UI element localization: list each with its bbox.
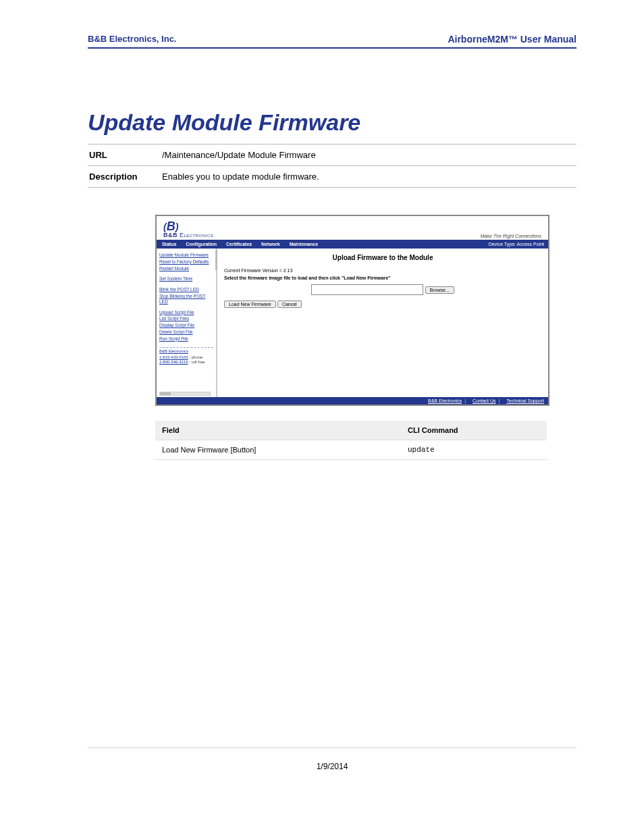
file-path-input[interactable] xyxy=(311,284,423,295)
doc-header: B&B Electronics, Inc. AirborneM2M™ User … xyxy=(88,34,576,49)
sidebar-scroll-thumb[interactable] xyxy=(215,250,217,270)
content-heading: Upload Firmware to the Module xyxy=(224,254,541,261)
sidebar-phone1-label: phone xyxy=(192,355,203,359)
sidebar-item-stop-blink-led[interactable]: Stop Blinking the POST LED xyxy=(159,294,213,305)
footer-link-bb[interactable]: B&B Electronics xyxy=(428,398,462,403)
sidebar-item-run-script[interactable]: Run Script File xyxy=(159,336,213,342)
tagline: Make The Right Connections xyxy=(481,234,541,238)
content-panel: Upload Firmware to the Module Current Fi… xyxy=(217,249,548,397)
load-firmware-button[interactable]: Load New Firmware xyxy=(224,301,276,308)
sidebar-item-blink-led[interactable]: Blink the POST LED xyxy=(159,287,213,292)
cancel-button[interactable]: Cancel xyxy=(277,301,302,308)
meta-table: URL /Maintenance/Update Module Firmware … xyxy=(88,144,576,188)
tab-network[interactable]: Network xyxy=(260,242,280,246)
logo-paren-right: ) xyxy=(176,221,179,232)
footer-link-support[interactable]: Technical Support xyxy=(506,398,544,403)
device-type-label: Device Type: Access Point xyxy=(489,242,544,246)
cli-row-cmd: update xyxy=(401,440,547,460)
sidebar-hscroll[interactable] xyxy=(159,392,211,396)
cli-head-field: Field xyxy=(155,421,401,440)
meta-desc-value: Enables you to update module firmware. xyxy=(161,166,576,188)
sidebar-item-upload-script[interactable]: Upload Script File xyxy=(159,310,213,315)
embedded-ui: (B) B&B Electronics Make The Right Conne… xyxy=(155,215,549,406)
browse-button[interactable]: Browse... xyxy=(425,286,454,294)
sidebar-item-update-firmware[interactable]: Update Module Firmware xyxy=(159,253,213,258)
firmware-version: Current Firmware Version = 2.13 xyxy=(224,268,541,273)
instruction-text: Select the firmware image file to load a… xyxy=(224,276,541,280)
ui-footer: B&B Electronics| Contact Us| Technical S… xyxy=(157,397,548,405)
sidebar-item-display-script[interactable]: Display Script File xyxy=(159,323,213,328)
sidebar-item-restart[interactable]: Restart Module xyxy=(159,266,213,271)
footer-link-contact[interactable]: Contact Us xyxy=(473,398,496,403)
footer-date: 1/9/2014 xyxy=(88,748,576,771)
cli-table: Field CLI Command Load New Firmware [But… xyxy=(155,421,547,460)
meta-url-label: URL xyxy=(88,145,161,166)
cli-row-field: Load New Firmware [Button] xyxy=(155,440,401,460)
sidebar-item-list-scripts[interactable]: List Script Files xyxy=(159,316,213,321)
cli-head-cmd: CLI Command xyxy=(401,421,547,440)
sidebar-phone1[interactable]: 1-815-433-5100 xyxy=(159,355,188,359)
logo-electronics: Electronics xyxy=(178,232,213,238)
tab-maintenance[interactable]: Maintenance xyxy=(288,242,318,246)
brand-logo: (B) B&B Electronics xyxy=(163,220,213,238)
tab-certificates[interactable]: Certificates xyxy=(225,242,252,246)
sidebar-item-set-time[interactable]: Set System Time xyxy=(159,276,213,282)
logo-b-icon: B xyxy=(167,219,176,233)
sidebar-phone2[interactable]: 1-800-346-3119 xyxy=(159,360,188,364)
manual-title: AirborneM2M™ User Manual xyxy=(448,34,576,45)
logo-bb: B&B xyxy=(163,232,178,238)
tab-configuration[interactable]: Configuration xyxy=(184,242,217,246)
sidebar-phone2-label: toll free xyxy=(192,360,205,364)
meta-url-value: /Maintenance/Update Module Firmware xyxy=(161,145,576,166)
tab-status[interactable]: Status xyxy=(161,242,176,246)
sidebar-item-delete-script[interactable]: Delete Script File xyxy=(159,330,213,335)
sidebar: Update Module Firmware Reset to Factory … xyxy=(157,249,217,397)
sidebar-item-factory-reset[interactable]: Reset to Factory Defaults xyxy=(159,259,213,265)
company-name: B&B Electronics, Inc. xyxy=(88,34,176,45)
navbar: Status Configuration Certificates Networ… xyxy=(157,240,548,249)
meta-desc-label: Description xyxy=(88,166,161,188)
page-title: Update Module Firmware xyxy=(88,109,576,136)
sidebar-contact-title[interactable]: B&B Electronics xyxy=(159,349,213,354)
